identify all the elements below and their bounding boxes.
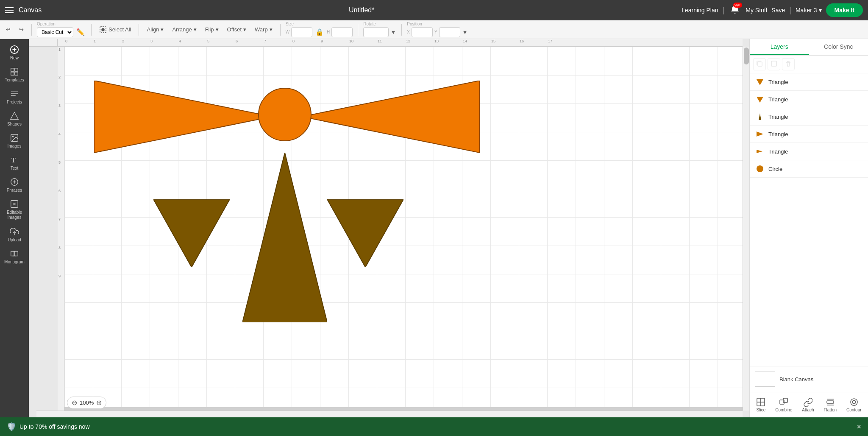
sidebar-item-shapes[interactable]: Shapes [1,109,28,129]
layer-item-2[interactable]: Triangle [750,91,868,108]
svg-point-33 [757,165,763,172]
lock-ratio-button[interactable]: 🔒 [314,27,325,37]
offset-chevron-icon: ▾ [243,26,246,33]
y-input[interactable] [439,27,460,37]
zoom-level: 100% [80,400,94,406]
app-logo: Canvas [19,6,42,14]
make-it-button[interactable]: Make It [826,3,863,17]
height-input[interactable] [331,27,353,37]
warp-button[interactable]: Warp ▾ [252,25,275,34]
layer-item-5[interactable]: Triangle [750,143,868,160]
scrollbar-horizontal[interactable] [36,411,743,417]
monogram-icon [10,249,19,258]
rotate-chevron-button[interactable]: ▾ [390,27,396,37]
ruler-h-marks: 0 1 2 3 4 5 6 7 8 9 10 11 12 13 14 15 16… [58,39,743,47]
rotate-input[interactable] [363,27,389,37]
shape-right-triangle[interactable] [302,81,480,154]
circle-svg [257,87,312,142]
notification-button[interactable]: 99+ [729,3,741,17]
shape-left-triangle[interactable] [94,81,272,154]
shape-left-down-triangle[interactable] [153,199,230,269]
sidebar-item-projects[interactable]: Projects [1,87,28,107]
align-button[interactable]: Align ▾ [144,25,166,34]
arrange-chevron-icon: ▾ [194,26,197,33]
flatten-button[interactable]: Flatten [821,396,840,414]
svg-marker-25 [327,199,403,267]
zoom-in-button[interactable]: ⊕ [96,399,102,407]
copy-button[interactable] [768,58,780,70]
sidebar-item-text[interactable]: T Text [1,153,28,173]
x-label: X [407,30,410,34]
edit-pen-button[interactable]: ✏️ [75,27,86,37]
panel-tabs: Layers Color Sync [750,39,868,56]
save-button[interactable]: Save [771,7,785,14]
operation-select[interactable]: Basic Cut [37,27,73,37]
attach-button[interactable]: Attach [798,396,817,414]
y-label: Y [434,30,437,34]
sidebar-label-text: Text [11,166,18,170]
svg-rect-6 [15,68,18,71]
operation-field: Operation Basic Cut ✏️ [37,22,86,37]
undo-icon: ↩ [6,26,11,33]
sidebar-item-images[interactable]: Images [1,131,28,151]
sidebar-item-templates[interactable]: Templates [1,64,28,85]
tab-color-sync[interactable]: Color Sync [809,39,868,55]
layer-item-6[interactable]: Circle [750,160,868,178]
shape-tall-triangle[interactable] [242,153,327,324]
promo-close-button[interactable]: × [857,422,861,431]
ruler-vertical: 1 2 3 4 5 6 7 8 9 [58,47,64,411]
svg-point-22 [259,88,311,141]
slice-label: Slice [757,408,766,412]
select-all-button[interactable]: Select All [97,24,134,35]
layer-item-3[interactable]: Triangle [750,108,868,126]
offset-button[interactable]: Offset ▾ [225,25,249,34]
hamburger-menu[interactable] [5,7,14,13]
maker-selector[interactable]: Maker 3 ▾ [796,7,822,14]
sidebar-item-editable-images[interactable]: EditableImages [1,197,28,223]
canvas-bg[interactable] [64,47,743,407]
svg-rect-37 [761,402,765,406]
sidebar-label-editable-images: EditableImages [7,210,22,220]
sidebar-label-phrases: Phrases [7,188,22,193]
layer-item-1[interactable]: Triangle [750,73,868,91]
toolbar: ↩ ↪ Operation Basic Cut ✏️ Select All Al… [0,20,868,39]
redo-button[interactable]: ↪ [17,25,26,34]
zoom-out-button[interactable]: ⊖ [72,399,77,407]
shape-circle[interactable] [257,87,312,144]
x-input[interactable] [412,27,433,37]
contour-button[interactable]: Contour [843,396,865,414]
shield-icon: 🛡️ [7,422,16,431]
svg-rect-35 [761,398,765,402]
sidebar-label-new: New [10,56,19,60]
width-input[interactable] [291,27,312,37]
my-stuff-link[interactable]: My Stuff [746,7,767,14]
sidebar-item-new[interactable]: New [1,42,28,63]
combine-button[interactable]: Combine [772,396,796,414]
slice-button[interactable]: Slice [753,396,769,414]
separator-1: | [723,6,725,15]
position-chevron-button[interactable]: ▾ [462,27,468,37]
templates-icon [10,67,19,76]
toolbar-separator-6 [401,24,402,36]
arrange-button[interactable]: Arrange ▾ [170,25,199,34]
sidebar-item-upload[interactable]: Upload [1,224,28,245]
scrollbar-vertical[interactable] [743,47,749,411]
chevron-down-icon: ▾ [819,7,822,14]
delete-button[interactable] [782,58,795,70]
undo-button[interactable]: ↩ [3,25,13,34]
duplicate-button[interactable] [753,58,766,70]
canvas-scroll-area[interactable] [64,47,743,411]
zoom-out-icon: ⊖ [72,399,77,406]
promo-left: 🛡️ Up to 70% off savings now [7,422,90,431]
layer-item-4[interactable]: Triangle [750,126,868,143]
shape-right-down-triangle[interactable] [327,199,403,269]
attach-label: Attach [802,408,814,412]
size-label: Size [286,22,294,26]
sidebar-item-monogram[interactable]: Monogram [1,246,28,267]
rotate-label: Rotate [363,22,376,26]
learning-plan-link[interactable]: Learning Plan [682,7,718,14]
layer-icon-3 [755,112,765,122]
sidebar-item-phrases[interactable]: Phrases [1,175,28,195]
tab-layers[interactable]: Layers [750,39,809,55]
flip-button[interactable]: Flip ▾ [203,25,221,34]
